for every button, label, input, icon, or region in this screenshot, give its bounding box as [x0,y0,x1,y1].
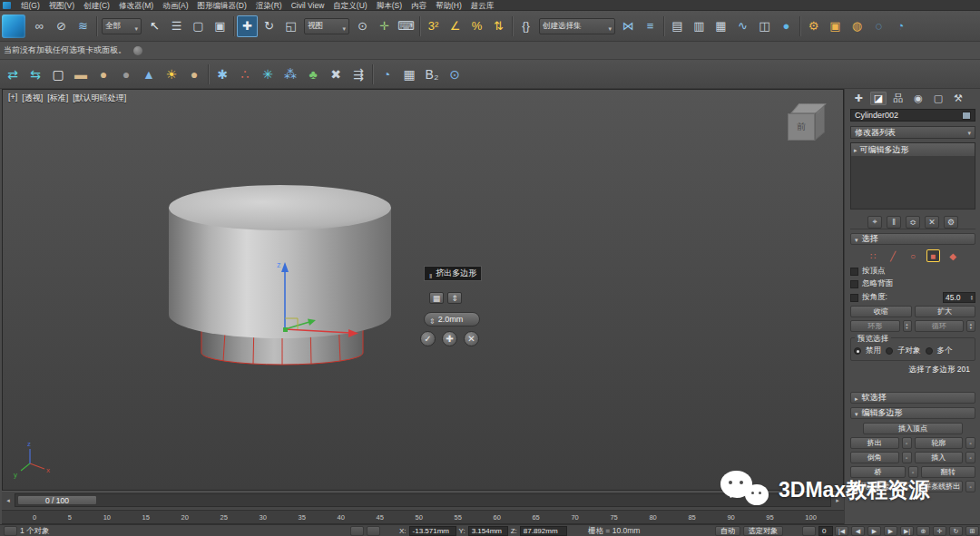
inset-settings-button[interactable] [965,452,975,463]
selection-lock-toggle-button[interactable] [4,526,17,536]
element-subobject-button[interactable]: ◆ [946,249,960,262]
rectangular-selection-region-button[interactable]: ▢ [188,15,209,37]
polygon-subobject-button[interactable]: ■ [926,249,940,262]
play-animation-button[interactable]: ▶ [867,526,881,536]
coordinate-x-field[interactable]: -13.571mm [409,526,456,536]
make-unique-button[interactable]: ≎ [906,216,920,229]
display-tab[interactable]: ▢ [930,92,946,105]
coordinate-y-field[interactable]: 3.154mm [468,526,508,536]
utilities-tab[interactable]: ⚒ [950,92,966,105]
preview-radio-0[interactable] [854,347,861,355]
ring-button[interactable]: 环形 [850,320,900,332]
caddy-apply-button[interactable]: ✚ [442,331,457,346]
auto-key-button[interactable]: 自动 [715,526,740,536]
pin-stack-button[interactable]: ⌖ [867,216,882,229]
pan-viewport-button[interactable]: ✛ [933,526,946,536]
render-production-button[interactable]: ◍ [847,15,867,37]
extrude-settings-button[interactable] [902,437,912,449]
stack-item-editable-poly[interactable]: 可编辑多边形 [851,143,975,156]
plane-primitive-button[interactable]: ▢ [47,63,69,86]
box-primitive-button[interactable]: ▬ [70,63,92,86]
loop-spinner[interactable] [966,320,975,332]
maximize-viewport-toggle-button[interactable]: ⊞ [965,526,979,536]
bind-to-space-warp-button[interactable]: ≋ [73,15,93,37]
preview-radio-2[interactable] [926,347,933,355]
schematic-view-button[interactable]: ◫ [754,15,775,37]
extrude-height-field[interactable]: 2.0mm [424,312,480,326]
spinner-icon[interactable] [429,311,436,327]
caddy-cancel-button[interactable]: ✕ [464,331,479,346]
loop-button[interactable]: 循环 [915,320,965,332]
ring-spinner[interactable] [903,320,912,332]
viewcube-front-face[interactable]: 前 [788,113,815,141]
angle-snap-toggle-button[interactable]: ∠ [445,15,466,37]
snaps-toggle-button[interactable]: 3² [423,15,444,37]
space-warp-button[interactable]: ✖ [325,63,347,86]
modify-tab[interactable]: ◪ [870,92,887,105]
select-object-button[interactable]: ↖ [144,15,165,37]
wind-arrows-button[interactable]: ⇶ [348,63,369,86]
spinner-snap-toggle-button[interactable]: ⇅ [488,15,509,37]
menu-item-4[interactable]: 动画(A) [158,0,192,11]
graphite-modeling-ribbon-button[interactable]: ▦ [710,15,731,37]
material-editor-button[interactable]: ● [776,15,797,37]
open-autodesk-app-button[interactable]: ◔ [890,15,911,37]
selection-filter-dropdown[interactable]: 全部 [102,18,142,34]
timeline-prev-arrow-button[interactable] [4,493,13,507]
select-and-rotate-button[interactable]: ↻ [259,15,279,37]
selection-lock-icon[interactable] [367,526,380,536]
orbit-viewport-button[interactable]: ↻ [949,526,963,536]
by-vertex-checkbox[interactable]: 按顶点 [850,266,975,277]
go-to-end-button[interactable]: ▶| [900,526,914,536]
rendered-frame-window-button[interactable]: ▣ [825,15,846,37]
isolate-selection-toggle-button[interactable] [350,526,364,536]
edit-named-selection-sets-button[interactable]: {} [515,15,536,37]
object-color-swatch[interactable] [962,112,971,120]
use-pivot-point-center-button[interactable]: ⊙ [352,15,373,37]
viewport-menu-general[interactable]: [+] [8,93,17,104]
vertex-subobject-button[interactable]: ∷ [867,249,880,262]
caddy-ok-button[interactable]: ✓ [420,331,436,346]
menu-item-5[interactable]: 图形编辑器(D) [193,0,251,11]
modifier-list-dropdown[interactable]: 修改器列表 [850,126,975,139]
selected-filter-button[interactable]: 选定对象 [743,526,783,536]
menu-item-3[interactable]: 修改器(M) [114,0,158,11]
time-slider-handle[interactable]: 0 / 100 [17,495,97,505]
soft-selection-rollout-header[interactable]: 软选择 [850,392,975,404]
menu-item-2[interactable]: 创建(C) [79,0,114,11]
hierarchy-tab[interactable]: 品 [890,92,906,105]
target-helper-button[interactable]: ⊙ [444,63,466,86]
geosphere-primitive-button[interactable]: ● [183,63,205,86]
extrude-type-button[interactable]: ▦ [429,292,444,304]
percent-snap-toggle-button[interactable]: % [466,15,487,37]
configure-modifier-sets-button[interactable]: ⚙ [944,216,958,229]
show-end-result-button[interactable]: ‖ [887,216,901,229]
expand-arrow-icon[interactable] [854,145,858,154]
render-in-cloud-button[interactable]: ◌ [868,15,889,37]
menu-item-10[interactable]: 内容 [407,0,431,11]
app-menu-icon[interactable] [3,2,11,9]
viewport-menu-standard[interactable]: [标准] [47,93,68,104]
ignore-backfacing-checkbox[interactable]: 忽略背面 [850,278,975,289]
window-crossing-toggle-button[interactable]: ▣ [210,15,230,37]
3dsmax-logo-icon[interactable] [2,15,25,38]
create-tab[interactable]: ✚ [850,92,867,105]
current-frame-field[interactable]: 0 [818,526,833,536]
menu-item-1[interactable]: 视图(V) [44,0,79,11]
spinner-arrows-icon[interactable] [971,295,973,301]
perspective-viewport[interactable]: z x y z [+][透视][标准][默认明暗处理] 前 [2,89,844,491]
select-by-name-button[interactable]: ☰ [166,15,187,37]
outline-button[interactable]: 轮廓 [915,437,964,449]
select-and-link-button[interactable]: ∞ [29,15,50,37]
bevel-settings-button[interactable] [902,452,912,463]
angle-value-field[interactable]: 45.0 [943,292,975,303]
pan-arrows-button[interactable]: ⇄ [2,63,24,86]
grid-helper-button[interactable]: ▦ [398,63,420,86]
cone-primitive-button[interactable]: ▲ [138,63,160,86]
keyboard-shortcut-override-button[interactable]: ⌨ [396,15,416,37]
object-name-field[interactable]: Cylinder002 [850,109,975,122]
snowflake-particles-button[interactable]: ✱ [211,63,233,86]
align-button[interactable]: ≡ [640,15,661,37]
motion-tab[interactable]: ◉ [910,92,926,105]
sun-light-button[interactable]: ☀ [161,63,182,86]
